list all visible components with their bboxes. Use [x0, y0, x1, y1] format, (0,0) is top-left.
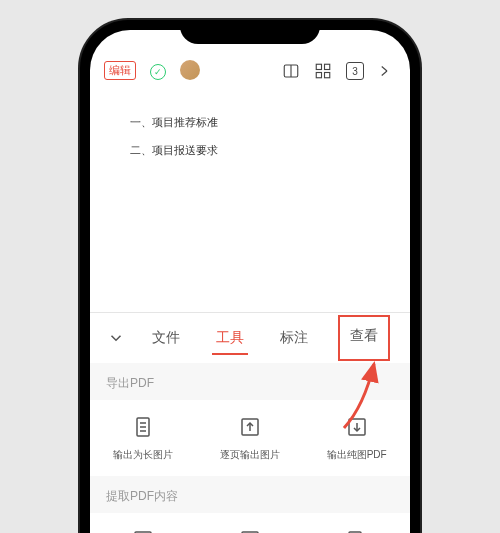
phone-frame: 编辑 ✓ 3 一、项目推荐标准 二、项目报送要求	[80, 20, 420, 533]
section-export-pdf: 导出PDF	[90, 363, 410, 400]
action-label: 逐页输出图片	[220, 448, 280, 462]
extract-text-icon: A	[130, 527, 156, 533]
action-extract-1[interactable]: A	[90, 527, 197, 533]
doc-line: 一、项目推荐标准	[130, 110, 370, 134]
svg-line-6	[382, 67, 387, 72]
pure-pdf-icon	[344, 414, 370, 440]
page-indicator[interactable]: 3	[346, 62, 364, 80]
per-page-icon	[237, 414, 263, 440]
action-extract-2[interactable]	[197, 527, 304, 533]
doc-line: 二、项目报送要求	[130, 138, 370, 162]
action-label: 输出纯图PDF	[327, 448, 387, 462]
extract-image-icon	[237, 527, 263, 533]
tab-view[interactable]: 查看	[338, 315, 390, 361]
document-content[interactable]: 一、项目推荐标准 二、项目报送要求	[90, 86, 410, 190]
section-extract-pdf: 提取PDF内容	[90, 476, 410, 513]
screen: 编辑 ✓ 3 一、项目推荐标准 二、项目报送要求	[90, 30, 410, 533]
svg-line-7	[382, 71, 387, 76]
action-export-long-image[interactable]: 输出为长图片	[90, 414, 197, 462]
extract-actions: A	[90, 513, 410, 533]
more-icon[interactable]	[378, 62, 396, 80]
svg-rect-3	[325, 64, 330, 69]
svg-rect-2	[316, 64, 321, 69]
action-export-pure-pdf[interactable]: 输出纯图PDF	[303, 414, 410, 462]
edit-button[interactable]: 编辑	[104, 61, 136, 80]
action-label: 输出为长图片	[113, 448, 173, 462]
svg-rect-4	[316, 73, 321, 78]
avatar[interactable]	[180, 60, 200, 80]
grid-icon[interactable]	[314, 62, 332, 80]
long-image-icon	[130, 414, 156, 440]
panel-icon[interactable]	[282, 62, 300, 80]
tab-annotate[interactable]: 标注	[276, 317, 312, 359]
action-export-per-page[interactable]: 逐页输出图片	[197, 414, 304, 462]
phone-notch	[180, 20, 320, 44]
tab-tools[interactable]: 工具	[212, 317, 248, 359]
collapse-button[interactable]	[98, 329, 134, 347]
bottom-sheet: 文件 工具 标注 查看 导出PDF 输出为长图片	[90, 312, 410, 533]
action-extract-3[interactable]	[303, 527, 410, 533]
copy-icon	[344, 527, 370, 533]
export-actions: 输出为长图片 逐页输出图片 输出纯图PDF	[90, 400, 410, 476]
svg-rect-5	[325, 73, 330, 78]
tab-file[interactable]: 文件	[148, 317, 184, 359]
tab-row: 文件 工具 标注 查看	[90, 313, 410, 363]
sync-status-icon: ✓	[150, 64, 166, 80]
tabs: 文件 工具 标注 查看	[134, 317, 402, 359]
